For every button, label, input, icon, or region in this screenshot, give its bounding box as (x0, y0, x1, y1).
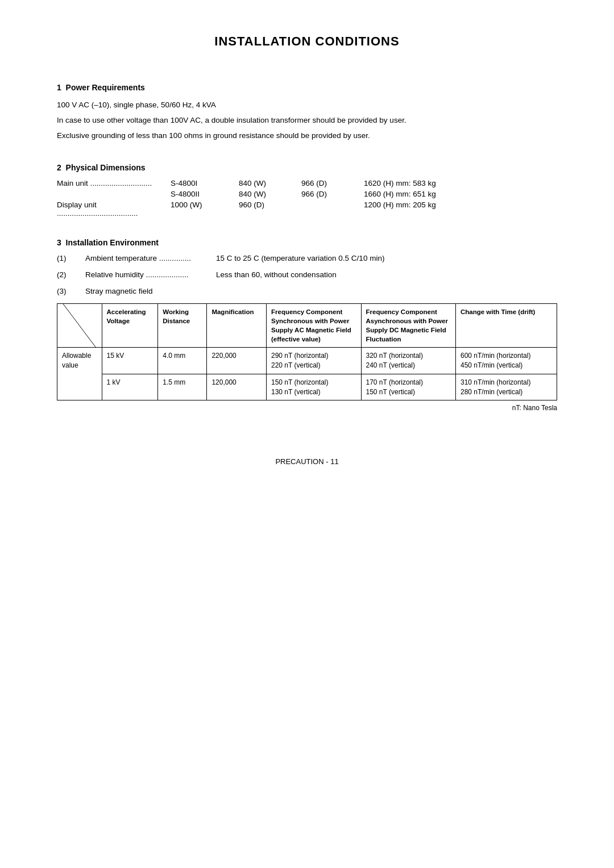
power-line-3: Exclusive grounding of less than 100 ohm… (57, 130, 557, 143)
dim-row-1: Main unit ............................. … (57, 179, 557, 187)
distance-1: 4.0 mm (158, 348, 207, 374)
dim-model-1: S-4800I (171, 179, 239, 187)
sync-2: 150 nT (horizontal) 130 nT (vertical) (267, 374, 361, 400)
dim-h-3: 1200 (H) mm: 205 kg (364, 201, 557, 209)
corner-cell (57, 303, 102, 347)
environment-heading: 3 Installation Environment (57, 238, 557, 247)
dim-d-1: 966 (D) (301, 179, 364, 187)
env-value-2: Less than 60, without condensation (216, 270, 557, 279)
dim-row-3: Display unit ...........................… (57, 201, 557, 218)
async-2: 170 nT (horizontal) 150 nT (vertical) (361, 374, 455, 400)
env-item-2: (2) Relative humidity ..................… (57, 270, 557, 279)
magnification-2: 120,000 (207, 374, 267, 400)
section-environment: 3 Installation Environment (1) Ambient t… (57, 238, 557, 412)
dim-model-3: 1000 (W) (171, 201, 239, 209)
dim-model-2: S-4800II (171, 190, 239, 198)
th-freq-async: Frequency Component Asynchronous with Po… (361, 303, 455, 347)
env-label-1: Ambient temperature ............... (85, 254, 216, 262)
power-line-2: In case to use other voltage than 100V A… (57, 114, 557, 127)
stray-row-1: Allowablevalue 15 kV 4.0 mm 220,000 290 … (57, 348, 557, 374)
physical-number: 2 (57, 163, 61, 172)
th-working-distance: Working Distance (158, 303, 207, 347)
section-physical: 2 Physical Dimensions Main unit ........… (57, 163, 557, 218)
power-heading: 1 Power Requirements (57, 83, 557, 92)
dim-w-3: 960 (D) (239, 201, 301, 209)
th-accel-voltage: Accelerating Voltage (102, 303, 158, 347)
power-line-1: 100 V AC (–10), single phase, 50/60 Hz, … (57, 99, 557, 112)
env-item-1: (1) Ambient temperature ............... … (57, 254, 557, 262)
dim-h-1: 1620 (H) mm: 583 kg (364, 179, 557, 187)
section-power: 1 Power Requirements 100 V AC (–10), sin… (57, 83, 557, 143)
dimensions-table: Main unit ............................. … (57, 179, 557, 218)
dim-row-2: S-4800II 840 (W) 966 (D) 1660 (H) mm: 65… (57, 190, 557, 198)
power-heading-text: Power Requirements (66, 83, 145, 92)
th-freq-sync: Frequency Component Synchronous with Pow… (267, 303, 361, 347)
dim-w-2: 840 (W) (239, 190, 301, 198)
voltage-2: 1 kV (102, 374, 158, 400)
dim-h-2: 1660 (H) mm: 651 kg (364, 190, 557, 198)
page-title: INSTALLATION CONDITIONS (57, 34, 557, 49)
env-num-2: (2) (57, 270, 85, 279)
env-label-2: Relative humidity .................... (85, 270, 216, 279)
allowable-label: Allowablevalue (57, 348, 102, 400)
physical-heading-text: Physical Dimensions (66, 163, 146, 172)
magnification-1: 220,000 (207, 348, 267, 374)
env-value-1: 15 C to 25 C (temperature variation 0.5 … (216, 254, 557, 262)
voltage-1: 15 kV (102, 348, 158, 374)
drift-1: 600 nT/min (horizontal) 450 nT/min (vert… (455, 348, 557, 374)
th-magnification: Magnification (207, 303, 267, 347)
dim-w-1: 840 (W) (239, 179, 301, 187)
nano-tesla-note: nT: Nano Tesla (57, 404, 557, 412)
drift-2: 310 nT/min (horizontal) 280 nT/min (vert… (455, 374, 557, 400)
stray-table: Accelerating Voltage Working Distance Ma… (57, 303, 557, 401)
dim-label-1: Main unit ............................. (57, 179, 171, 187)
environment-heading-text: Installation Environment (66, 238, 159, 247)
env-label-3: Stray magnetic field (85, 287, 216, 295)
stray-row-2: 1 kV 1.5 mm 120,000 150 nT (horizontal) … (57, 374, 557, 400)
env-num-1: (1) (57, 254, 85, 262)
env-num-3: (3) (57, 287, 85, 295)
dim-label-3: Display unit ...........................… (57, 201, 171, 218)
th-drift: Change with Time (drift) (455, 303, 557, 347)
env-item-3: (3) Stray magnetic field (57, 287, 557, 295)
page-footer: PRECAUTION - 11 (57, 457, 557, 466)
power-number: 1 (57, 83, 61, 92)
physical-heading: 2 Physical Dimensions (57, 163, 557, 172)
dim-d-2: 966 (D) (301, 190, 364, 198)
environment-number: 3 (57, 238, 61, 247)
distance-2: 1.5 mm (158, 374, 207, 400)
svg-line-0 (63, 304, 96, 347)
sync-1: 290 nT (horizontal) 220 nT (vertical) (267, 348, 361, 374)
async-1: 320 nT (horizontal) 240 nT (vertical) (361, 348, 455, 374)
